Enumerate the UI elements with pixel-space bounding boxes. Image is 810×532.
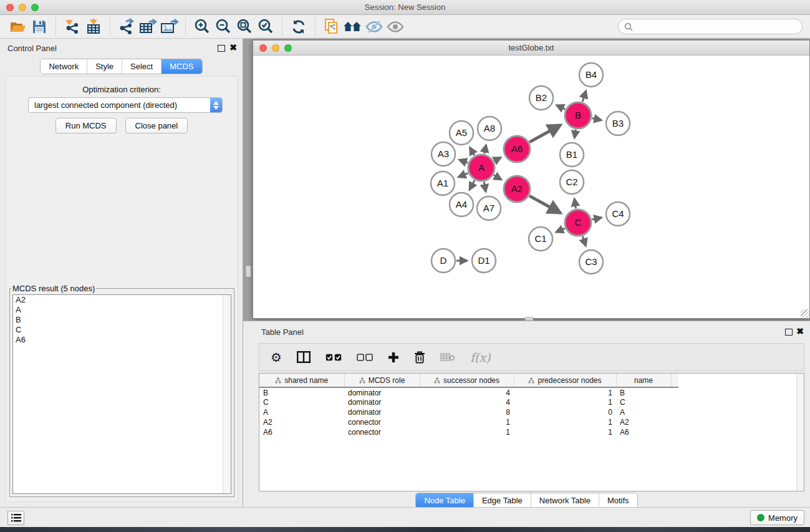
close-network-window-icon[interactable] (259, 44, 267, 52)
delete-table-icon[interactable] (440, 352, 455, 362)
delete-column-icon[interactable] (414, 351, 425, 364)
table-row[interactable]: A2connector11A2 (259, 417, 678, 427)
edge-A-A6[interactable] (494, 157, 501, 161)
maximize-window-icon[interactable] (31, 4, 39, 11)
edge-A-A7[interactable] (484, 182, 486, 192)
table-cell[interactable]: A (259, 407, 344, 417)
tab-network[interactable]: Network (41, 59, 87, 74)
mcds-result-item[interactable]: A (13, 305, 231, 315)
first-neighbors-icon[interactable] (342, 17, 364, 36)
export-image-icon[interactable] (158, 17, 180, 36)
table-cell[interactable]: B (616, 387, 671, 397)
table-row[interactable]: Adominator80A (259, 407, 678, 417)
network-window-titlebar[interactable]: testGlobe.txt (253, 41, 809, 56)
edge-A-A4[interactable] (470, 180, 475, 190)
table-scrollbar[interactable] (796, 374, 804, 491)
mcds-result-item[interactable]: A6 (13, 335, 231, 345)
edge-A6-B[interactable] (529, 125, 561, 142)
table-cell[interactable]: B (259, 387, 344, 397)
table-cell[interactable]: 1 (514, 397, 616, 407)
edge-A2-C[interactable] (529, 196, 561, 213)
edge-A-A5[interactable] (470, 147, 474, 155)
column-header[interactable]: successor nodes (420, 374, 514, 387)
table-cell[interactable]: A2 (616, 417, 671, 427)
mcds-result-item[interactable]: C (13, 325, 231, 335)
network-canvas[interactable]: B4B2BB3A8A5A6A3B1AC2A1A2A4A7C4CC1DD1C3 (253, 56, 809, 318)
memory-button[interactable]: Memory (750, 510, 804, 525)
table-row[interactable]: Bdominator41B (259, 387, 678, 397)
run-mcds-button[interactable]: Run MCDS (55, 118, 117, 133)
tab-mcds[interactable]: MCDS (161, 59, 201, 74)
list-scrollbar[interactable] (223, 295, 231, 493)
mcds-result-item[interactable]: A2 (13, 295, 231, 305)
edge-B-B3[interactable] (592, 118, 602, 120)
close-table-panel-icon[interactable]: ✖ (796, 327, 804, 336)
tab-edge-table[interactable]: Edge Table (473, 493, 531, 508)
tab-network-table[interactable]: Network Table (531, 493, 599, 508)
maximize-network-window-icon[interactable] (284, 44, 292, 52)
close-window-icon[interactable] (6, 4, 14, 11)
table-cell[interactable]: connector (344, 427, 420, 437)
edge-C-C3[interactable] (582, 236, 586, 246)
minimize-window-icon[interactable] (19, 4, 26, 11)
edge-A-A1[interactable] (458, 173, 468, 177)
table-cell[interactable]: dominator (344, 397, 420, 407)
float-table-panel-icon[interactable] (785, 329, 793, 336)
edge-A-A8[interactable] (485, 145, 486, 153)
table-row[interactable]: Cdominator41C (259, 397, 678, 407)
table-cell[interactable]: A (616, 407, 671, 417)
unselect-all-columns-icon[interactable] (357, 354, 373, 361)
tab-select[interactable]: Select (122, 59, 161, 74)
minimize-network-window-icon[interactable] (272, 44, 279, 52)
table-cell[interactable]: dominator (344, 407, 420, 417)
table-cell[interactable]: connector (344, 417, 420, 427)
export-table-icon[interactable] (137, 17, 158, 36)
save-session-icon[interactable] (29, 17, 50, 36)
mcds-result-item[interactable]: B (13, 315, 231, 325)
add-column-icon[interactable] (388, 352, 399, 363)
window-resize-grip[interactable] (801, 309, 809, 317)
function-builder-icon[interactable]: f(x) (470, 351, 491, 364)
search-input[interactable] (636, 22, 796, 31)
edge-C-C2[interactable] (574, 198, 576, 208)
table-cell[interactable]: 1 (514, 387, 616, 397)
zoom-out-icon[interactable] (213, 17, 234, 36)
select-all-columns-icon[interactable] (325, 354, 342, 361)
table-cell[interactable]: C (616, 397, 671, 407)
edge-B-B4[interactable] (582, 91, 586, 102)
duplicate-network-icon[interactable] (321, 17, 342, 36)
criterion-select[interactable]: largest connected component (directed) (28, 97, 223, 113)
import-table-icon[interactable] (83, 17, 104, 36)
table-cell[interactable]: 0 (514, 407, 616, 417)
zoom-fit-icon[interactable] (234, 17, 255, 36)
hide-selected-icon[interactable] (364, 17, 385, 36)
table-cell[interactable]: dominator (344, 387, 420, 397)
table-cell[interactable]: 1 (514, 427, 616, 437)
table-cell[interactable]: C (259, 397, 344, 407)
show-all-icon[interactable] (385, 17, 406, 36)
refresh-icon[interactable] (288, 17, 309, 36)
export-network-icon[interactable] (116, 17, 137, 36)
edge-B-B1[interactable] (574, 130, 576, 138)
edge-C-C1[interactable] (556, 228, 565, 232)
tab-motifs[interactable]: Motifs (599, 493, 637, 508)
edge-A-A3[interactable] (459, 160, 468, 163)
table-cell[interactable]: 1 (420, 417, 514, 427)
zoom-selected-icon[interactable] (255, 17, 276, 36)
table-cell[interactable]: 8 (420, 407, 514, 417)
table-cell[interactable]: 4 (420, 387, 514, 397)
table-cell[interactable]: A2 (259, 417, 344, 427)
settings-gear-icon[interactable]: ⚙ (271, 351, 282, 364)
vertical-splitter-handle[interactable] (246, 266, 251, 277)
table-cell[interactable]: 4 (420, 397, 514, 407)
task-history-button[interactable] (7, 511, 24, 525)
table-cell[interactable]: A6 (616, 427, 671, 437)
edge-A-A2[interactable] (494, 175, 502, 180)
column-header[interactable]: MCDS role (344, 374, 420, 387)
table-row[interactable]: A6connector11A6 (259, 427, 678, 437)
table-cell[interactable]: 1 (514, 417, 616, 427)
column-header[interactable]: name (616, 374, 671, 387)
open-session-icon[interactable] (7, 17, 29, 36)
edge-C-C4[interactable] (592, 218, 601, 220)
column-layout-icon[interactable] (297, 351, 311, 363)
